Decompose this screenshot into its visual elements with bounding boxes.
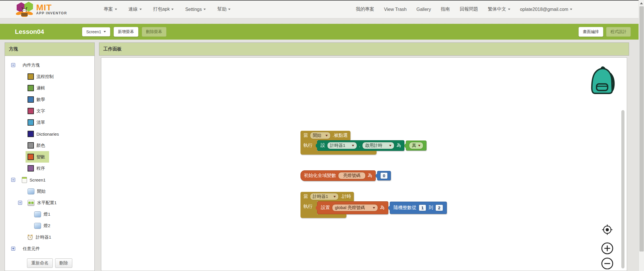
menu-build-apk[interactable]: 打包apk — [153, 6, 174, 12]
zoom-out-icon[interactable] — [602, 258, 613, 269]
block-when-start-clicked[interactable]: 當 開始 .被點選 執行 設 計時器1 . 啟用計時 — [300, 131, 426, 155]
tree-label: 邏輯 — [36, 85, 45, 91]
block-init-global-variable[interactable]: 初始化全域變數 亮燈號碼 為 0 — [300, 170, 391, 181]
view-trash-link[interactable]: View Trash — [384, 7, 407, 12]
canvas-zoom-controls — [599, 222, 615, 269]
menu-settings[interactable]: Settings — [185, 7, 206, 12]
chevron-down-icon — [352, 145, 354, 147]
tree-item-variables[interactable]: 變數 — [26, 151, 49, 163]
tree-item-procedures[interactable]: 程序 — [26, 163, 49, 174]
tree-item-colors[interactable]: 顏色 — [26, 140, 49, 151]
delete-button[interactable]: 刪除 — [55, 258, 72, 268]
dictionaries-category-icon — [28, 131, 34, 137]
tree-item-horizontal-arrangement[interactable]: − 水平配置1 — [16, 197, 61, 208]
block-text: 設置 — [321, 205, 330, 211]
tree-label: 數學 — [36, 97, 45, 102]
my-projects-link[interactable]: 我的專案 — [356, 6, 374, 12]
dropdown-field-component[interactable]: 開始 — [310, 132, 331, 139]
tree-item-dictionaries[interactable]: Dictionaries — [26, 128, 63, 140]
menu-help[interactable]: 幫助 — [217, 6, 230, 12]
tree-label: 程序 — [36, 166, 45, 171]
tree-label: 清單 — [36, 120, 45, 125]
variable-name-field[interactable]: 亮燈號碼 — [338, 172, 366, 179]
workspace-header: 工作面板 — [99, 42, 629, 56]
math-category-icon — [28, 96, 34, 103]
number-field[interactable]: 0 — [380, 172, 388, 179]
app-inventor-logo[interactable]: MIT APP INVENTOR — [15, 2, 67, 17]
designer-view-button[interactable]: 畫面編排 — [579, 27, 603, 37]
account-menus: 我的專案 View Trash Gallery 指南 回報問題 繁体中文 opl… — [356, 6, 572, 12]
number-field[interactable]: 1 — [419, 204, 426, 211]
block-random-integer[interactable]: 隨機整數從 1 到 2 — [390, 202, 447, 214]
screen-selector-dropdown[interactable]: Screen1 — [82, 27, 110, 36]
blocks-view-label: 程式設計 — [610, 29, 626, 34]
number-field[interactable]: 2 — [435, 204, 443, 211]
tree-item-text[interactable]: 文字 — [26, 105, 49, 117]
tree-item-builtin-blocks[interactable]: − 內件方塊 — [9, 59, 44, 71]
dropdown-field-logic[interactable]: 真 — [409, 142, 423, 149]
tree-item-logic[interactable]: 邏輯 — [26, 82, 49, 94]
backpack-icon[interactable] — [589, 65, 616, 96]
block-when-timer[interactable]: 當 計時器1 .計時 執行 設置 global 亮燈號碼 為 — [300, 192, 447, 218]
text-category-icon — [28, 108, 34, 114]
tree-item-any-component[interactable]: + 任意元件 — [9, 243, 44, 254]
page-scrollbar[interactable] — [639, 0, 644, 271]
language-menu[interactable]: 繁体中文 — [488, 6, 510, 12]
chevron-down-icon — [570, 9, 572, 10]
procedures-category-icon — [28, 165, 34, 171]
block-text: 為 — [368, 173, 372, 179]
variables-category-icon — [28, 154, 34, 160]
report-issue-link[interactable]: 回報問題 — [460, 6, 478, 12]
menu-connect[interactable]: 連線 — [129, 6, 142, 12]
center-blocks-icon[interactable] — [602, 225, 612, 235]
page-scrollbar-thumb[interactable] — [639, 6, 644, 251]
chevron-down-icon — [418, 145, 420, 147]
guide-link[interactable]: 指南 — [441, 6, 450, 12]
tree-item-lists[interactable]: 清單 — [26, 117, 49, 128]
tree-label: Screen1 — [30, 178, 46, 182]
menu-projects[interactable]: 專案 — [104, 6, 117, 12]
expand-icon[interactable]: + — [11, 247, 15, 251]
zoom-in-icon[interactable] — [602, 243, 613, 254]
collapse-icon[interactable]: − — [11, 63, 15, 67]
block-set-timer-enabled[interactable]: 設 計時器1 . 啟用計時 為 — [317, 140, 404, 151]
block-true[interactable]: 真 — [406, 141, 426, 151]
blocks-canvas[interactable]: 當 開始 .被點選 執行 設 計時器1 . 啟用計時 — [101, 57, 627, 271]
account-email-label: oplate2018@gmail.com — [520, 7, 568, 12]
dropdown-field-component[interactable]: 計時器1 — [327, 142, 357, 149]
scroll-up-arrow-icon[interactable] — [640, 2, 643, 4]
tree-item-math[interactable]: 數學 — [26, 94, 49, 105]
menu-settings-label: Settings — [185, 7, 202, 12]
chevron-down-icon — [333, 196, 336, 198]
chevron-down-icon — [104, 31, 106, 32]
colors-category-icon — [28, 142, 34, 149]
dropdown-field-property[interactable]: 啟用計時 — [362, 142, 394, 149]
tree-item-timer1[interactable]: 計時器1 — [25, 231, 55, 243]
blocks-palette-panel: 方塊 − 內件方塊 流程控制 邏輯 數學 文字 清單 Dictionaries — [5, 42, 95, 271]
screen-icon — [22, 177, 27, 183]
language-label: 繁体中文 — [488, 6, 506, 12]
tree-item-start-button[interactable]: 開始 — [26, 186, 50, 197]
collapse-icon[interactable]: − — [11, 178, 15, 182]
tree-item-lamp2[interactable]: 燈2 — [32, 220, 54, 231]
gallery-link[interactable]: Gallery — [416, 7, 431, 12]
chevron-down-icon — [228, 9, 230, 10]
tree-item-lamp1[interactable]: 燈1 — [32, 208, 54, 220]
rename-button[interactable]: 重新命名 — [27, 258, 53, 268]
tree-item-screen1[interactable]: − Screen1 — [9, 174, 50, 186]
account-menu[interactable]: oplate2018@gmail.com — [520, 7, 572, 12]
delete-screen-button: 刪除螢幕 — [142, 27, 166, 37]
tree-item-control[interactable]: 流程控制 — [26, 71, 58, 82]
menu-connect-label: 連線 — [129, 6, 138, 12]
block-text: 初始化全域變數 — [304, 173, 336, 179]
add-screen-button[interactable]: 新增螢幕 — [114, 27, 138, 37]
dropdown-field-component[interactable]: 計時器1 — [310, 193, 339, 200]
dropdown-field-variable[interactable]: global 亮燈號碼 — [332, 204, 378, 211]
gallery-label: Gallery — [416, 7, 431, 12]
block-number-0[interactable]: 0 — [377, 171, 391, 180]
canvas-scrollbar[interactable] — [621, 110, 624, 268]
block-set-global-variable[interactable]: 設置 global 亮燈號碼 為 — [317, 201, 388, 214]
block-text: .被點選 — [333, 132, 348, 139]
block-text: 到 — [428, 205, 433, 211]
collapse-icon[interactable]: − — [18, 201, 22, 205]
